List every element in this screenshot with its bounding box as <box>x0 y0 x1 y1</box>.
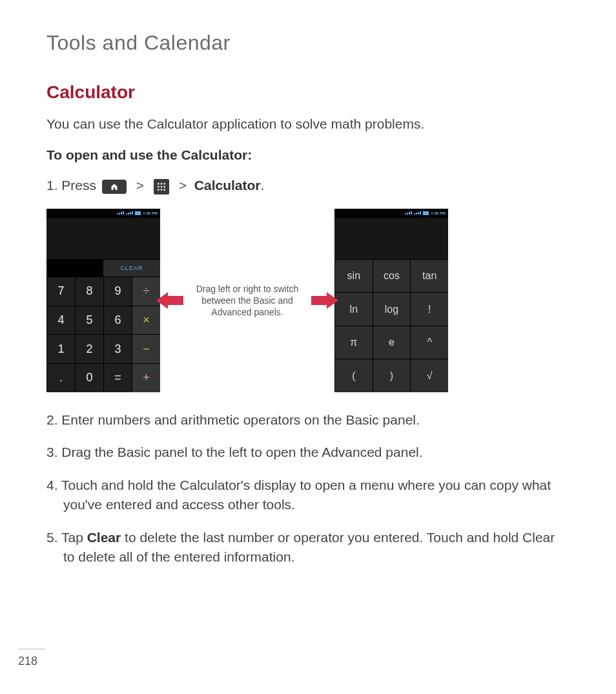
home-button-icon <box>102 180 127 194</box>
step-5-clear: Clear <box>87 530 121 545</box>
key-1: 1 <box>46 334 75 363</box>
key-5: 5 <box>75 306 103 335</box>
status-time-adv: 1:00 PM <box>431 211 446 215</box>
screenshot-row: 1:00 PM CLEAR 789÷456×123−.0=+ Drag left… <box>46 209 570 392</box>
advanced-keypad: sincostanlnlog!πe^()√ <box>334 259 448 392</box>
drag-hint: Drag left or right to switch between the… <box>192 283 302 319</box>
page-number: 218 <box>18 649 45 668</box>
key-−: − <box>132 334 160 363</box>
step-1-text-a: Press <box>61 178 100 193</box>
key-e: e <box>373 326 411 359</box>
key-7: 7 <box>46 277 75 306</box>
key-2: 2 <box>75 334 103 363</box>
arrow-right-icon <box>311 292 338 309</box>
battery-icon <box>423 211 429 215</box>
phone-basic: 1:00 PM CLEAR 789÷456×123−.0=+ <box>46 209 160 392</box>
signal-icon-2 <box>414 211 421 215</box>
svg-rect-4 <box>161 186 162 187</box>
svg-rect-6 <box>158 189 159 190</box>
phone-basic-statusbar: 1:00 PM <box>46 209 160 218</box>
phone-adv-statusbar: 1:00 PM <box>334 209 448 218</box>
phone-advanced: 1:00 PM sincostanlnlog!πe^()√ <box>334 209 448 392</box>
step-2: Enter numbers and arithmetic operators o… <box>46 410 570 430</box>
step-3: Drag the Basic panel to the left to open… <box>46 443 570 462</box>
basic-keypad: 789÷456×123−.0=+ <box>46 277 160 392</box>
key-^: ^ <box>410 326 448 359</box>
clear-button: CLEAR <box>103 259 160 277</box>
battery-icon <box>135 211 141 215</box>
svg-rect-1 <box>161 183 162 184</box>
key-8: 8 <box>75 277 103 306</box>
key-=: = <box>103 363 132 392</box>
key-cos: cos <box>373 259 411 293</box>
key-sin: sin <box>334 259 373 293</box>
key-.: . <box>46 363 75 392</box>
chapter-title: Tools and Calendar <box>46 31 570 55</box>
breadcrumb-sep-2: > <box>179 178 187 193</box>
svg-rect-2 <box>163 183 165 184</box>
home-icon <box>110 183 118 191</box>
step-1: Press > > Calculator. <box>46 176 570 195</box>
signal-icon <box>405 211 412 215</box>
step-5: Tap Clear to delete the last number or o… <box>46 528 570 567</box>
subheading: To open and use the Calculator: <box>46 147 570 163</box>
svg-rect-0 <box>158 183 159 184</box>
svg-rect-3 <box>158 186 159 187</box>
step-1-target: Calculator <box>194 178 261 193</box>
key-9: 9 <box>103 277 132 306</box>
calculator-display-adv <box>334 218 448 259</box>
step-5-text-c: to delete the last number or operator yo… <box>63 530 555 564</box>
key-): ) <box>373 359 411 392</box>
key-!: ! <box>410 292 448 326</box>
step-1-text-c: . <box>260 178 264 193</box>
key-×: × <box>132 306 160 335</box>
arrow-left-icon <box>156 292 183 309</box>
key-6: 6 <box>103 306 132 335</box>
key-+: + <box>132 363 160 392</box>
intro-text: You can use the Calculator application t… <box>46 114 570 133</box>
key-π: π <box>334 326 373 359</box>
svg-rect-5 <box>163 186 165 187</box>
apps-grid-icon <box>157 182 166 191</box>
apps-button-icon <box>154 179 169 195</box>
calculator-display <box>46 218 160 259</box>
key-(: ( <box>334 359 373 392</box>
signal-icon <box>117 211 124 215</box>
key-0: 0 <box>75 363 103 392</box>
signal-icon-2 <box>126 211 133 215</box>
key-4: 4 <box>46 306 75 335</box>
key-3: 3 <box>103 334 132 363</box>
key-log: log <box>373 292 411 326</box>
step-5-text-a: Tap <box>61 530 87 545</box>
status-time: 1:00 PM <box>143 211 158 215</box>
key-ln: ln <box>334 292 373 326</box>
breadcrumb-sep-1: > <box>136 178 144 193</box>
section-title: Calculator <box>46 82 570 103</box>
svg-rect-8 <box>163 189 165 190</box>
svg-rect-7 <box>161 189 162 190</box>
key-tan: tan <box>410 259 448 293</box>
step-4: Touch and hold the Calculator's display … <box>46 476 570 515</box>
key-√: √ <box>410 359 448 392</box>
